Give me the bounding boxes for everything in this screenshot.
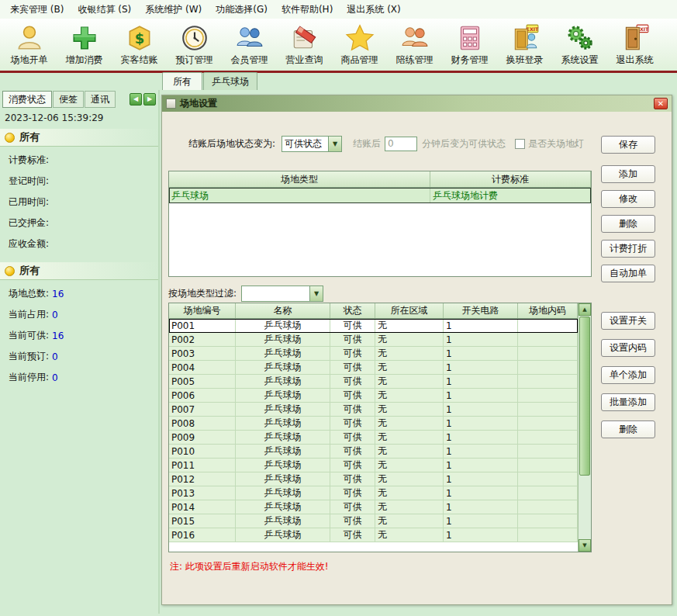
members-icon	[235, 23, 264, 53]
table-cell: 无	[375, 417, 444, 430]
table-cell	[518, 375, 578, 388]
table-row[interactable]: P010乒乓球场可供无1	[169, 445, 578, 459]
dialog-button[interactable]: 自动加单	[601, 265, 655, 282]
save-button[interactable]: 保存	[601, 136, 655, 154]
dialog-button[interactable]: 计费打折	[601, 240, 655, 258]
toolbar-button-finance[interactable]: 财务管理	[442, 19, 497, 71]
menu-item[interactable]: 软件帮助(H)	[275, 1, 340, 19]
table-cell: 乒乓球场	[236, 514, 330, 528]
table-cell: P007	[169, 403, 236, 416]
table-cell: 可供	[330, 514, 375, 528]
dialog-button[interactable]: 删除	[601, 215, 655, 233]
toolbar-button-label: 商品管理	[341, 54, 378, 67]
table-row[interactable]: P011乒乓球场可供无1	[169, 459, 578, 472]
table-row[interactable]: P003乒乓球场可供无1	[169, 347, 578, 361]
dialog-button[interactable]: 设置内码	[601, 339, 655, 357]
tab-scroll-left-icon[interactable]: ◀	[130, 93, 142, 106]
column-header: 场地内码	[518, 303, 578, 318]
table-row[interactable]: P007乒乓球场可供无1	[169, 403, 578, 417]
field-label: 当前占用:	[9, 308, 49, 321]
field-label: 已交押金:	[9, 216, 49, 230]
dialog-button[interactable]: 批量添加	[601, 393, 655, 411]
toolbar-button-query[interactable]: 营业查询	[277, 19, 332, 71]
filter-label: 按场地类型过滤:	[168, 287, 237, 300]
table-row[interactable]: P001乒乓球场可供无1	[169, 319, 578, 333]
view-tab[interactable]: 所有	[162, 72, 202, 90]
dialog-button[interactable]: 删除	[601, 420, 655, 438]
tab-scroll-right-icon[interactable]: ▶	[143, 93, 156, 106]
sidebar-tabs: 消费状态便签通讯	[2, 91, 116, 108]
scrollbar[interactable]: ▲ ▼	[578, 303, 591, 552]
table-cell: 乒乓球场	[236, 472, 330, 486]
menu-item[interactable]: 来宾管理 (B)	[3, 1, 71, 19]
table-cell: 乒乓球场	[236, 417, 330, 430]
table-row[interactable]: P004乒乓球场可供无1	[169, 361, 578, 375]
table-cell: 1	[444, 472, 518, 486]
toolbar-button-booking[interactable]: 预订管理	[167, 19, 222, 71]
table-row[interactable]: P002乒乓球场可供无1	[169, 333, 578, 347]
menu-item[interactable]: 系统维护 (W)	[138, 1, 209, 19]
after-label: 结账后	[353, 137, 381, 151]
sidebar-tab[interactable]: 通讯	[85, 91, 116, 108]
section-title: 所有	[19, 130, 40, 144]
table-cell: 无	[375, 375, 444, 388]
type-row[interactable]: 乒乓球场乒乓球场地计费	[169, 188, 591, 203]
view-tab[interactable]: 乒乓球场	[203, 72, 257, 90]
toolbar-button-shift[interactable]: EXIT换班登录	[497, 19, 552, 71]
table-cell: 可供	[330, 459, 375, 472]
field-row: 已交押金:	[0, 213, 158, 234]
table-row[interactable]: P009乒乓球场可供无1	[169, 431, 578, 445]
column-header: 场地编号	[169, 303, 236, 318]
table-cell	[518, 445, 578, 458]
toolbar-button-coach[interactable]: 陪练管理	[387, 19, 442, 71]
table-row[interactable]: P016乒乓球场可供无1	[169, 528, 578, 542]
close-icon[interactable]: ✕	[654, 98, 668, 109]
table-row[interactable]: P005乒乓球场可供无1	[169, 375, 578, 389]
type-table-body: 乒乓球场乒乓球场地计费	[169, 188, 591, 203]
toolbar-button-label: 场地开单	[11, 54, 48, 67]
table-cell: 可供	[330, 361, 375, 374]
toolbar-button-settings-gear[interactable]: 系统设置	[552, 19, 607, 71]
toolbar-button-checkout[interactable]: $宾客结账	[112, 19, 167, 71]
table-row[interactable]: P015乒乓球场可供无1	[169, 514, 578, 528]
menu-item[interactable]: 退出系统 (X)	[340, 1, 407, 19]
scroll-up-icon[interactable]: ▲	[579, 303, 591, 316]
table-cell: 可供	[330, 347, 375, 360]
table-cell: 无	[375, 486, 444, 500]
menu-item[interactable]: 收银结算 (S)	[71, 1, 138, 19]
table-row[interactable]: P006乒乓球场可供无1	[169, 389, 578, 403]
dialog-button[interactable]: 修改	[601, 190, 655, 208]
dialog-button[interactable]: 设置开关	[601, 312, 655, 330]
toolbar-button-add-expense[interactable]: 增加消费	[57, 19, 112, 71]
sidebar-tab[interactable]: 消费状态	[2, 91, 52, 108]
sidebar-tab[interactable]: 便签	[53, 91, 84, 108]
minutes-input[interactable]	[385, 137, 417, 151]
table-cell: 1	[444, 375, 518, 388]
content: 消费状态便签通讯 ◀ ▶ 2023-12-06 15:39:29 所有计费标准:…	[0, 90, 677, 614]
table-row[interactable]: P014乒乓球场可供无1	[169, 500, 578, 514]
column-header: 状态	[330, 303, 375, 318]
table-row[interactable]: P008乒乓球场可供无1	[169, 417, 578, 431]
dialog-button[interactable]: 单个添加	[601, 366, 655, 384]
table-cell: 乒乓球场	[236, 389, 330, 402]
field-label: 应收金额:	[9, 237, 49, 251]
column-header: 所在区域	[375, 303, 444, 318]
table-row[interactable]: P013乒乓球场可供无1	[169, 486, 578, 500]
toolbar-button-members[interactable]: 会员管理	[222, 19, 277, 71]
status-select[interactable]: 可供状态 ▼	[282, 136, 342, 152]
light-off-checkbox[interactable]	[515, 139, 525, 149]
menu-item[interactable]: 功能选择(G)	[209, 1, 275, 19]
table-cell: 可供	[330, 403, 375, 416]
toolbar-button-open-order[interactable]: 场地开单	[2, 19, 57, 71]
table-row[interactable]: P012乒乓球场可供无1	[169, 472, 578, 486]
scroll-down-icon[interactable]: ▼	[579, 539, 591, 552]
filter-select[interactable]: ▼	[241, 286, 323, 302]
table-cell: 可供	[330, 445, 375, 458]
table-cell: 1	[444, 361, 518, 374]
table-cell	[518, 403, 578, 416]
table-cell: 1	[444, 514, 518, 528]
scrollbar-thumb[interactable]	[579, 317, 590, 476]
dialog-button[interactable]: 添加	[601, 165, 655, 183]
toolbar-button-exit[interactable]: EXIT退出系统	[607, 19, 662, 71]
toolbar-button-goods[interactable]: 商品管理	[332, 19, 387, 71]
